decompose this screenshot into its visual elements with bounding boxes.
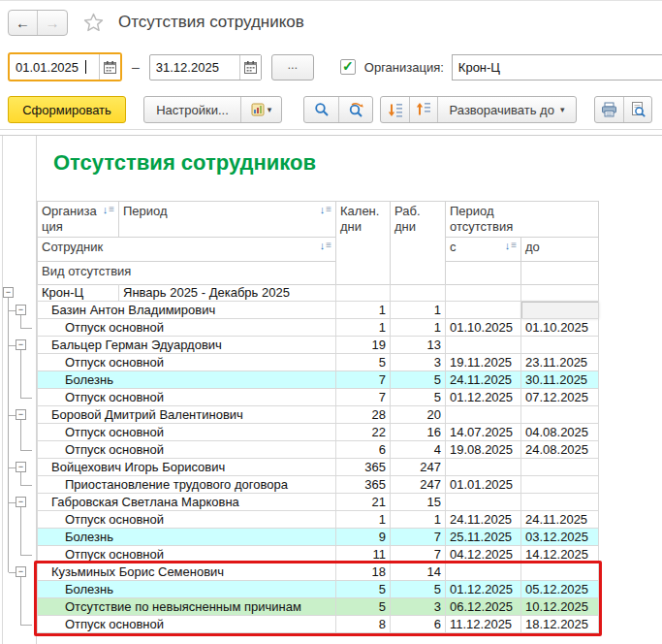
- cell-absence-kind[interactable]: Отпуск основной: [37, 616, 336, 633]
- cell-calendar-days[interactable]: 22: [336, 424, 391, 441]
- cell-absence-kind[interactable]: Приостановление трудового договора: [37, 476, 336, 494]
- column-header-period[interactable]: ↓≡ Период: [119, 201, 336, 238]
- table-row[interactable]: Боровой Дмитрий Валентинович2820: [37, 406, 599, 424]
- cell-calendar-days[interactable]: 365: [336, 459, 391, 476]
- cell-calendar-days[interactable]: [336, 284, 391, 302]
- organization-input[interactable]: [452, 54, 662, 80]
- cell-period[interactable]: Январь 2025 - Декабрь 2025: [119, 284, 336, 302]
- column-header-to[interactable]: до: [521, 238, 599, 262]
- cell-date-from[interactable]: 11.12.2025: [446, 616, 521, 633]
- cell-absence-kind[interactable]: Отсутствие по невыясненным причинам: [37, 598, 336, 616]
- cell-calendar-days[interactable]: 1: [336, 511, 391, 529]
- cell-date-to[interactable]: [521, 284, 599, 302]
- cell-work-days[interactable]: 7: [391, 529, 446, 546]
- cell-work-days[interactable]: 247: [391, 476, 446, 494]
- cell-work-days[interactable]: 4: [391, 441, 446, 459]
- cell-date-to[interactable]: 30.11.2025: [521, 371, 599, 389]
- collapse-group-button[interactable]: −: [16, 566, 26, 577]
- column-header-from[interactable]: ↓≡ с: [446, 238, 521, 262]
- cell-calendar-days[interactable]: 7: [336, 389, 391, 406]
- collapse-groups-button[interactable]: [409, 97, 437, 122]
- cell-calendar-days[interactable]: 21: [336, 494, 391, 511]
- cell-date-from[interactable]: 24.11.2025: [446, 511, 521, 529]
- table-row[interactable]: Габровская Светлана Марковна2115: [37, 494, 599, 511]
- cell-work-days[interactable]: 247: [391, 459, 446, 476]
- cell-date-from[interactable]: [446, 284, 521, 302]
- cell-date-to[interactable]: [521, 476, 599, 494]
- settings-button[interactable]: Настройки...: [144, 97, 240, 122]
- cell-calendar-days[interactable]: 1: [336, 319, 391, 337]
- print-button[interactable]: [595, 97, 623, 122]
- table-row[interactable]: Болезнь9725.11.202503.12.2025: [37, 529, 599, 546]
- expand-groups-button[interactable]: [381, 97, 409, 122]
- cell-calendar-days[interactable]: 1: [336, 302, 391, 319]
- cell-work-days[interactable]: 5: [391, 371, 446, 389]
- cell-work-days[interactable]: 15: [391, 494, 446, 511]
- table-row[interactable]: Отпуск основной1124.11.202524.11.2025: [37, 511, 599, 529]
- table-row[interactable]: Отпуск основной221614.07.202504.08.2025: [37, 424, 599, 441]
- cell-date-from[interactable]: 04.12.2025: [446, 546, 521, 564]
- forward-button[interactable]: →: [38, 11, 67, 35]
- table-row[interactable]: Отсутствие по невыясненным причинам5306.…: [37, 598, 599, 616]
- table-row[interactable]: Отпуск основной1101.10.202501.10.2025: [37, 319, 599, 337]
- table-row[interactable]: Приостановление трудового договора365247…: [37, 476, 599, 494]
- cell-calendar-days[interactable]: 6: [336, 441, 391, 459]
- cell-calendar-days[interactable]: 28: [336, 406, 391, 424]
- period-more-button[interactable]: ...: [271, 54, 314, 80]
- cell-absence-kind[interactable]: Отпуск основной: [37, 441, 336, 459]
- cell-date-to[interactable]: 24.11.2025: [521, 511, 599, 529]
- cell-date-from[interactable]: 01.01.2025: [446, 476, 521, 494]
- cell-employee[interactable]: Базин Антон Владимирович: [37, 302, 336, 319]
- cell-date-to[interactable]: 01.10.2025: [521, 319, 599, 337]
- cell-date-to[interactable]: 05.12.2025: [521, 581, 599, 598]
- cell-date-to[interactable]: 18.12.2025: [521, 616, 599, 633]
- table-row[interactable]: Отпуск основной7501.12.202507.12.2025: [37, 389, 599, 406]
- cell-calendar-days[interactable]: 5: [336, 598, 391, 616]
- cell-absence-kind[interactable]: Отпуск основной: [37, 546, 336, 564]
- cell-date-from[interactable]: [446, 302, 521, 319]
- cell-date-to[interactable]: [521, 337, 599, 354]
- cell-work-days[interactable]: 1: [391, 319, 446, 337]
- report-variants-button[interactable]: ▾: [240, 97, 281, 122]
- cell-employee[interactable]: Габровская Светлана Марковна: [37, 494, 336, 511]
- cell-employee[interactable]: Бальцер Герман Эдуардович: [37, 337, 336, 354]
- cell-date-to[interactable]: [521, 302, 599, 319]
- table-row[interactable]: Отпуск основной8611.12.202518.12.2025: [37, 616, 599, 633]
- cell-date-from[interactable]: 19.11.2025: [446, 354, 521, 371]
- table-row[interactable]: Отпуск основной6419.08.202524.08.2025: [37, 441, 599, 459]
- date-to-input[interactable]: [150, 60, 239, 75]
- cell-calendar-days[interactable]: 18: [336, 564, 391, 581]
- cell-date-to[interactable]: 23.11.2025: [521, 354, 599, 371]
- cell-date-from[interactable]: [446, 459, 521, 476]
- table-row[interactable]: Кузьминых Борис Семенович1814: [37, 564, 599, 581]
- cell-calendar-days[interactable]: 5: [336, 581, 391, 598]
- cell-date-from[interactable]: 01.12.2025: [446, 389, 521, 406]
- cell-date-from[interactable]: [446, 564, 521, 581]
- table-row[interactable]: Бальцер Герман Эдуардович1913: [37, 337, 599, 354]
- table-row[interactable]: Крон-ЦЯнварь 2025 - Декабрь 2025: [37, 284, 599, 302]
- cell-calendar-days[interactable]: 5: [336, 354, 391, 371]
- cell-date-from[interactable]: [446, 494, 521, 511]
- collapse-group-button[interactable]: −: [16, 462, 26, 472]
- date-to-calendar-button[interactable]: [239, 55, 261, 80]
- search-button[interactable]: [304, 97, 338, 122]
- cell-work-days[interactable]: 1: [391, 511, 446, 529]
- cell-work-days[interactable]: 1: [391, 302, 446, 319]
- cell-date-to[interactable]: [521, 459, 599, 476]
- collapse-group-button[interactable]: −: [16, 305, 26, 315]
- table-row[interactable]: Отпуск основной11704.12.202514.12.2025: [37, 546, 599, 564]
- cell-date-to[interactable]: [521, 494, 599, 511]
- cell-date-from[interactable]: [446, 406, 521, 424]
- cell-work-days[interactable]: 6: [391, 616, 446, 633]
- date-from-calendar-button[interactable]: [99, 54, 120, 80]
- table-row[interactable]: Базин Антон Владимирович11: [37, 302, 599, 319]
- cell-calendar-days[interactable]: 7: [336, 371, 391, 389]
- column-header-absence-kind[interactable]: Вид отсутствия: [37, 262, 336, 285]
- cell-work-days[interactable]: 5: [391, 389, 446, 406]
- cell-absence-kind[interactable]: Болезнь: [37, 371, 336, 389]
- cell-date-from[interactable]: 14.07.2025: [446, 424, 521, 441]
- cell-date-to[interactable]: 24.08.2025: [521, 441, 599, 459]
- cell-date-to[interactable]: [521, 564, 599, 581]
- column-header-absence-period[interactable]: Период отсутствия: [446, 201, 599, 238]
- table-row[interactable]: Отпуск основной5319.11.202523.11.2025: [37, 354, 599, 371]
